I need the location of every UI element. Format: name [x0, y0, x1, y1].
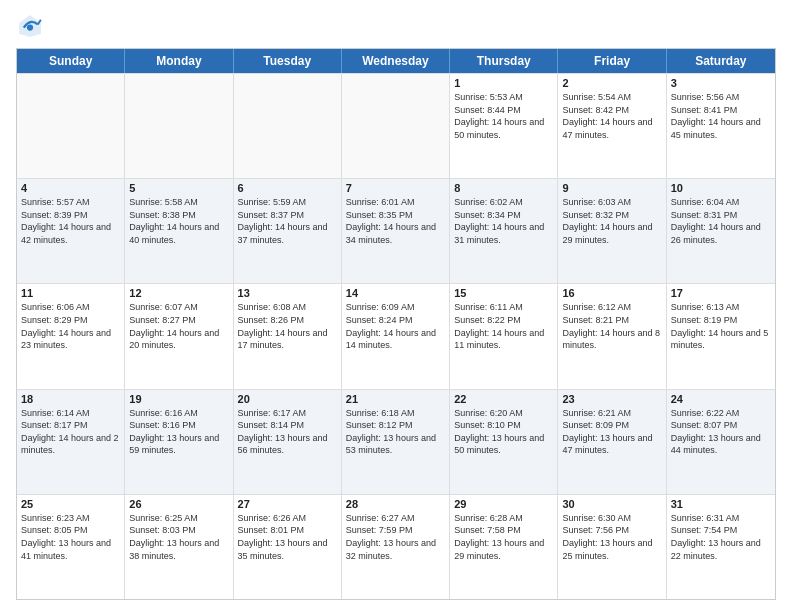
cell-info: Sunrise: 6:14 AMSunset: 8:17 PMDaylight:…: [21, 407, 120, 457]
calendar-cell: 12Sunrise: 6:07 AMSunset: 8:27 PMDayligh…: [125, 284, 233, 388]
day-number: 15: [454, 287, 553, 299]
day-number: 7: [346, 182, 445, 194]
calendar-cell: [234, 74, 342, 178]
cell-info: Sunrise: 6:17 AMSunset: 8:14 PMDaylight:…: [238, 407, 337, 457]
cell-info: Sunrise: 6:12 AMSunset: 8:21 PMDaylight:…: [562, 301, 661, 351]
calendar-cell: 20Sunrise: 6:17 AMSunset: 8:14 PMDayligh…: [234, 390, 342, 494]
calendar-cell: [17, 74, 125, 178]
day-number: 28: [346, 498, 445, 510]
cell-info: Sunrise: 6:09 AMSunset: 8:24 PMDaylight:…: [346, 301, 445, 351]
cell-info: Sunrise: 6:26 AMSunset: 8:01 PMDaylight:…: [238, 512, 337, 562]
cell-info: Sunrise: 6:01 AMSunset: 8:35 PMDaylight:…: [346, 196, 445, 246]
cell-info: Sunrise: 5:57 AMSunset: 8:39 PMDaylight:…: [21, 196, 120, 246]
calendar-cell: 4Sunrise: 5:57 AMSunset: 8:39 PMDaylight…: [17, 179, 125, 283]
calendar-cell: 1Sunrise: 5:53 AMSunset: 8:44 PMDaylight…: [450, 74, 558, 178]
day-number: 16: [562, 287, 661, 299]
cell-info: Sunrise: 6:03 AMSunset: 8:32 PMDaylight:…: [562, 196, 661, 246]
calendar-row-1: 1Sunrise: 5:53 AMSunset: 8:44 PMDaylight…: [17, 73, 775, 178]
day-number: 31: [671, 498, 771, 510]
cell-info: Sunrise: 6:25 AMSunset: 8:03 PMDaylight:…: [129, 512, 228, 562]
calendar-cell: 21Sunrise: 6:18 AMSunset: 8:12 PMDayligh…: [342, 390, 450, 494]
day-number: 5: [129, 182, 228, 194]
cell-info: Sunrise: 6:13 AMSunset: 8:19 PMDaylight:…: [671, 301, 771, 351]
cell-info: Sunrise: 6:16 AMSunset: 8:16 PMDaylight:…: [129, 407, 228, 457]
calendar-row-4: 18Sunrise: 6:14 AMSunset: 8:17 PMDayligh…: [17, 389, 775, 494]
calendar-cell: 13Sunrise: 6:08 AMSunset: 8:26 PMDayligh…: [234, 284, 342, 388]
cell-info: Sunrise: 6:18 AMSunset: 8:12 PMDaylight:…: [346, 407, 445, 457]
header-day-friday: Friday: [558, 49, 666, 73]
day-number: 4: [21, 182, 120, 194]
cell-info: Sunrise: 6:23 AMSunset: 8:05 PMDaylight:…: [21, 512, 120, 562]
calendar-cell: 17Sunrise: 6:13 AMSunset: 8:19 PMDayligh…: [667, 284, 775, 388]
header: [16, 12, 776, 40]
day-number: 14: [346, 287, 445, 299]
cell-info: Sunrise: 6:08 AMSunset: 8:26 PMDaylight:…: [238, 301, 337, 351]
cell-info: Sunrise: 6:28 AMSunset: 7:58 PMDaylight:…: [454, 512, 553, 562]
calendar-cell: 15Sunrise: 6:11 AMSunset: 8:22 PMDayligh…: [450, 284, 558, 388]
header-day-tuesday: Tuesday: [234, 49, 342, 73]
cell-info: Sunrise: 5:56 AMSunset: 8:41 PMDaylight:…: [671, 91, 771, 141]
day-number: 10: [671, 182, 771, 194]
calendar-cell: 10Sunrise: 6:04 AMSunset: 8:31 PMDayligh…: [667, 179, 775, 283]
day-number: 24: [671, 393, 771, 405]
day-number: 30: [562, 498, 661, 510]
calendar-cell: 31Sunrise: 6:31 AMSunset: 7:54 PMDayligh…: [667, 495, 775, 599]
day-number: 9: [562, 182, 661, 194]
cell-info: Sunrise: 5:54 AMSunset: 8:42 PMDaylight:…: [562, 91, 661, 141]
day-number: 3: [671, 77, 771, 89]
calendar-row-5: 25Sunrise: 6:23 AMSunset: 8:05 PMDayligh…: [17, 494, 775, 599]
cell-info: Sunrise: 6:20 AMSunset: 8:10 PMDaylight:…: [454, 407, 553, 457]
day-number: 25: [21, 498, 120, 510]
calendar-cell: 9Sunrise: 6:03 AMSunset: 8:32 PMDaylight…: [558, 179, 666, 283]
header-day-sunday: Sunday: [17, 49, 125, 73]
cell-info: Sunrise: 6:11 AMSunset: 8:22 PMDaylight:…: [454, 301, 553, 351]
cell-info: Sunrise: 6:31 AMSunset: 7:54 PMDaylight:…: [671, 512, 771, 562]
day-number: 13: [238, 287, 337, 299]
calendar-header: SundayMondayTuesdayWednesdayThursdayFrid…: [17, 49, 775, 73]
cell-info: Sunrise: 6:07 AMSunset: 8:27 PMDaylight:…: [129, 301, 228, 351]
header-day-wednesday: Wednesday: [342, 49, 450, 73]
day-number: 12: [129, 287, 228, 299]
header-day-saturday: Saturday: [667, 49, 775, 73]
cell-info: Sunrise: 6:04 AMSunset: 8:31 PMDaylight:…: [671, 196, 771, 246]
cell-info: Sunrise: 6:21 AMSunset: 8:09 PMDaylight:…: [562, 407, 661, 457]
calendar-cell: 14Sunrise: 6:09 AMSunset: 8:24 PMDayligh…: [342, 284, 450, 388]
day-number: 22: [454, 393, 553, 405]
calendar-cell: 5Sunrise: 5:58 AMSunset: 8:38 PMDaylight…: [125, 179, 233, 283]
calendar-cell: 16Sunrise: 6:12 AMSunset: 8:21 PMDayligh…: [558, 284, 666, 388]
calendar-cell: [342, 74, 450, 178]
calendar-cell: 24Sunrise: 6:22 AMSunset: 8:07 PMDayligh…: [667, 390, 775, 494]
day-number: 17: [671, 287, 771, 299]
day-number: 29: [454, 498, 553, 510]
day-number: 21: [346, 393, 445, 405]
header-day-thursday: Thursday: [450, 49, 558, 73]
calendar-cell: 7Sunrise: 6:01 AMSunset: 8:35 PMDaylight…: [342, 179, 450, 283]
header-day-monday: Monday: [125, 49, 233, 73]
calendar-cell: 18Sunrise: 6:14 AMSunset: 8:17 PMDayligh…: [17, 390, 125, 494]
calendar-cell: 6Sunrise: 5:59 AMSunset: 8:37 PMDaylight…: [234, 179, 342, 283]
calendar-cell: 25Sunrise: 6:23 AMSunset: 8:05 PMDayligh…: [17, 495, 125, 599]
cell-info: Sunrise: 6:27 AMSunset: 7:59 PMDaylight:…: [346, 512, 445, 562]
cell-info: Sunrise: 6:30 AMSunset: 7:56 PMDaylight:…: [562, 512, 661, 562]
calendar-cell: 23Sunrise: 6:21 AMSunset: 8:09 PMDayligh…: [558, 390, 666, 494]
calendar-cell: 8Sunrise: 6:02 AMSunset: 8:34 PMDaylight…: [450, 179, 558, 283]
calendar-cell: 28Sunrise: 6:27 AMSunset: 7:59 PMDayligh…: [342, 495, 450, 599]
day-number: 19: [129, 393, 228, 405]
logo: [16, 12, 46, 40]
day-number: 8: [454, 182, 553, 194]
calendar-row-2: 4Sunrise: 5:57 AMSunset: 8:39 PMDaylight…: [17, 178, 775, 283]
calendar-cell: [125, 74, 233, 178]
cell-info: Sunrise: 6:02 AMSunset: 8:34 PMDaylight:…: [454, 196, 553, 246]
calendar-cell: 22Sunrise: 6:20 AMSunset: 8:10 PMDayligh…: [450, 390, 558, 494]
calendar-body: 1Sunrise: 5:53 AMSunset: 8:44 PMDaylight…: [17, 73, 775, 599]
day-number: 26: [129, 498, 228, 510]
calendar-cell: 29Sunrise: 6:28 AMSunset: 7:58 PMDayligh…: [450, 495, 558, 599]
cell-info: Sunrise: 5:53 AMSunset: 8:44 PMDaylight:…: [454, 91, 553, 141]
day-number: 20: [238, 393, 337, 405]
day-number: 23: [562, 393, 661, 405]
calendar-row-3: 11Sunrise: 6:06 AMSunset: 8:29 PMDayligh…: [17, 283, 775, 388]
cell-info: Sunrise: 6:06 AMSunset: 8:29 PMDaylight:…: [21, 301, 120, 351]
logo-icon: [16, 12, 44, 40]
calendar-cell: 26Sunrise: 6:25 AMSunset: 8:03 PMDayligh…: [125, 495, 233, 599]
svg-point-1: [27, 24, 33, 30]
